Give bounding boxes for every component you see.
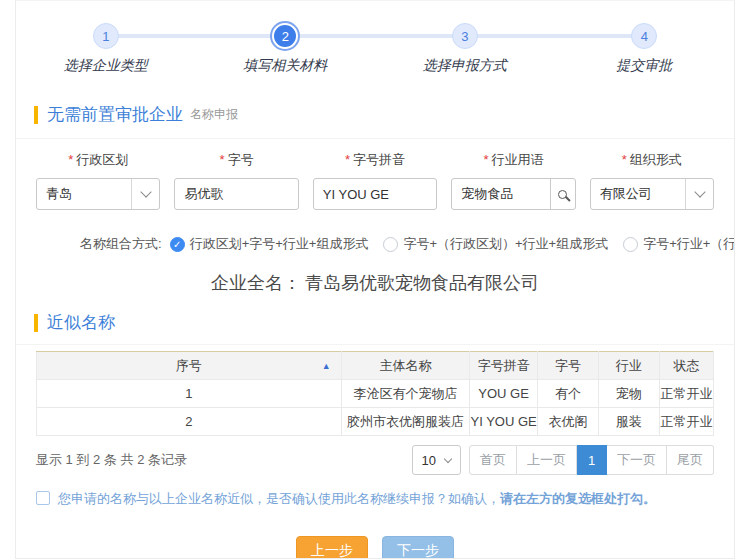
cell-entity-name: 胶州市衣优阁服装店 xyxy=(341,408,470,436)
org-form-select[interactable]: 有限公司 xyxy=(590,178,714,210)
column-header-brand: 字号 xyxy=(537,352,598,380)
radio-checked-icon: ✓ xyxy=(170,237,185,252)
chevron-down-icon xyxy=(694,186,705,197)
confirm-row: 您申请的名称与以上企业名称近似，是否确认使用此名称继续申报？如确认，请在左方的复… xyxy=(36,490,714,508)
section-title: 无需前置审批企业 xyxy=(47,103,183,126)
accent-bar xyxy=(34,314,38,332)
required-asterisk: * xyxy=(220,152,225,167)
field-org-form: *组织形式 有限公司 xyxy=(590,151,714,210)
org-form-select-value: 有限公司 xyxy=(591,185,685,203)
cell-industry: 服装 xyxy=(598,408,659,436)
step-3: 3 选择申报方式 xyxy=(375,23,555,75)
required-asterisk: * xyxy=(483,152,488,167)
step-4-circle: 4 xyxy=(631,23,657,49)
next-step-button[interactable]: 下一步 xyxy=(382,536,454,559)
cell-pinyin: YOU GE xyxy=(470,380,538,408)
step-3-circle: 3 xyxy=(452,23,478,49)
industry-search-button[interactable] xyxy=(550,179,575,209)
chevron-down-icon xyxy=(444,455,452,463)
industry-term-label: 行业用语 xyxy=(491,152,543,167)
cell-brand: 衣优阁 xyxy=(537,408,598,436)
step-1-label: 选择企业类型 xyxy=(64,57,148,75)
column-header-seq[interactable]: 序号▲ xyxy=(37,352,342,380)
org-form-label: 组织形式 xyxy=(630,152,682,167)
prev-step-button[interactable]: 上一步 xyxy=(296,536,368,559)
required-asterisk: * xyxy=(68,152,73,167)
cell-entity-name: 李沧区有个宠物店 xyxy=(341,380,470,408)
column-header-pinyin: 字号拼音 xyxy=(470,352,538,380)
page-container: 1 选择企业类型 2 填写相关材料 3 选择申报方式 4 提交审批 无需前置审批… xyxy=(15,0,735,559)
cell-status: 正常开业 xyxy=(659,408,713,436)
pagination-first[interactable]: 首页 xyxy=(469,445,517,475)
actions-bar: 上一步 下一步 xyxy=(16,536,734,559)
company-fullname-value: 青岛易优歌宠物食品有限公司 xyxy=(305,273,539,293)
combine-label: 名称组合方式: xyxy=(80,235,162,253)
table-row: 1 李沧区有个宠物店 YOU GE 有个 宠物 正常开业 xyxy=(37,380,714,408)
cell-seq: 1 xyxy=(37,380,342,408)
required-asterisk: * xyxy=(622,152,627,167)
stepper: 1 选择企业类型 2 填写相关材料 3 选择申报方式 4 提交审批 xyxy=(16,1,734,73)
chevron-down-icon xyxy=(140,186,151,197)
field-brand-pinyin: *字号拼音 xyxy=(313,151,437,210)
pagination-button-group: 首页 上一页 1 下一页 尾页 xyxy=(469,445,714,475)
pagination-row: 显示 1 到 2 条 共 2 条记录 10 首页 上一页 1 下一页 尾页 xyxy=(36,445,714,475)
region-label: 行政区划 xyxy=(76,152,128,167)
combine-option-3-label: 字号+行业+（行政区划）+组成形式 xyxy=(643,235,735,253)
combine-option-3[interactable]: 字号+行业+（行政区划）+组成形式 xyxy=(623,235,735,253)
brand-name-label: 字号 xyxy=(228,152,254,167)
records-summary: 显示 1 到 2 条 共 2 条记录 xyxy=(36,451,187,469)
page-size-select[interactable]: 10 xyxy=(412,445,461,475)
search-icon xyxy=(558,190,567,199)
pagination-prev[interactable]: 上一页 xyxy=(517,445,577,475)
brand-pinyin-label: 字号拼音 xyxy=(353,152,405,167)
similar-names-table: 序号▲ 主体名称 字号拼音 字号 行业 状态 1 李沧区有个宠物店 YOU GE… xyxy=(36,351,714,436)
name-combine-row: 名称组合方式: ✓ 行政区划+字号+行业+组成形式 字号+（行政区划）+行业+组… xyxy=(16,235,734,253)
pagination-current-page[interactable]: 1 xyxy=(577,445,607,475)
combine-option-2-label: 字号+（行政区划）+行业+组成形式 xyxy=(403,235,608,253)
cell-industry: 宠物 xyxy=(598,380,659,408)
pagination-controls: 10 首页 上一页 1 下一页 尾页 xyxy=(412,445,714,475)
cell-pinyin: YI YOU GE xyxy=(470,408,538,436)
field-region: *行政区划 青岛 xyxy=(36,151,160,210)
step-4-label: 提交审批 xyxy=(616,57,672,75)
column-header-industry: 行业 xyxy=(598,352,659,380)
required-asterisk: * xyxy=(345,152,350,167)
confirm-checkbox[interactable] xyxy=(36,491,50,505)
table-row: 2 胶州市衣优阁服装店 YI YOU GE 衣优阁 服装 正常开业 xyxy=(37,408,714,436)
accent-bar xyxy=(34,106,38,124)
combine-option-1[interactable]: ✓ 行政区划+字号+行业+组成形式 xyxy=(170,235,369,253)
field-brand-name: *字号 xyxy=(174,151,298,210)
radio-unchecked-icon xyxy=(623,237,638,252)
column-header-entity-name: 主体名称 xyxy=(341,352,470,380)
step-2: 2 填写相关材料 xyxy=(196,23,376,75)
section-subtitle: 名称申报 xyxy=(190,106,238,123)
cell-status: 正常开业 xyxy=(659,380,713,408)
section-similar-header: 近似名称 xyxy=(16,311,734,345)
step-2-circle: 2 xyxy=(272,23,298,49)
region-select-value: 青岛 xyxy=(37,185,131,203)
sort-asc-icon: ▲ xyxy=(322,361,331,371)
field-industry-term: *行业用语 xyxy=(451,151,575,210)
step-2-label: 填写相关材料 xyxy=(243,57,327,75)
brand-pinyin-input[interactable] xyxy=(314,179,436,209)
company-fullname: 企业全名：青岛易优歌宠物食品有限公司 xyxy=(16,271,734,295)
region-select[interactable]: 青岛 xyxy=(36,178,160,210)
combine-option-1-label: 行政区划+字号+行业+组成形式 xyxy=(190,235,369,253)
pagination-next[interactable]: 下一页 xyxy=(607,445,667,475)
section-name-apply-header: 无需前置审批企业 名称申报 xyxy=(16,103,734,139)
brand-name-input[interactable] xyxy=(175,179,297,209)
confirm-text: 您申请的名称与以上企业名称近似，是否确认使用此名称继续申报？如确认， xyxy=(58,491,500,506)
industry-term-input[interactable] xyxy=(452,179,550,209)
name-form-row: *行政区划 青岛 *字号 *字号拼音 *行业用语 *组 xyxy=(16,139,734,210)
combine-option-2[interactable]: 字号+（行政区划）+行业+组成形式 xyxy=(383,235,608,253)
table-header-row: 序号▲ 主体名称 字号拼音 字号 行业 状态 xyxy=(37,352,714,380)
step-1-circle: 1 xyxy=(93,23,119,49)
cell-seq: 2 xyxy=(37,408,342,436)
section-title: 近似名称 xyxy=(47,311,115,334)
column-header-status: 状态 xyxy=(659,352,713,380)
page-size-value: 10 xyxy=(422,453,436,468)
cell-brand: 有个 xyxy=(537,380,598,408)
confirm-text-bold: 请在左方的复选框处打勾。 xyxy=(500,491,656,506)
pagination-last[interactable]: 尾页 xyxy=(667,445,714,475)
step-1: 1 选择企业类型 xyxy=(16,23,196,75)
